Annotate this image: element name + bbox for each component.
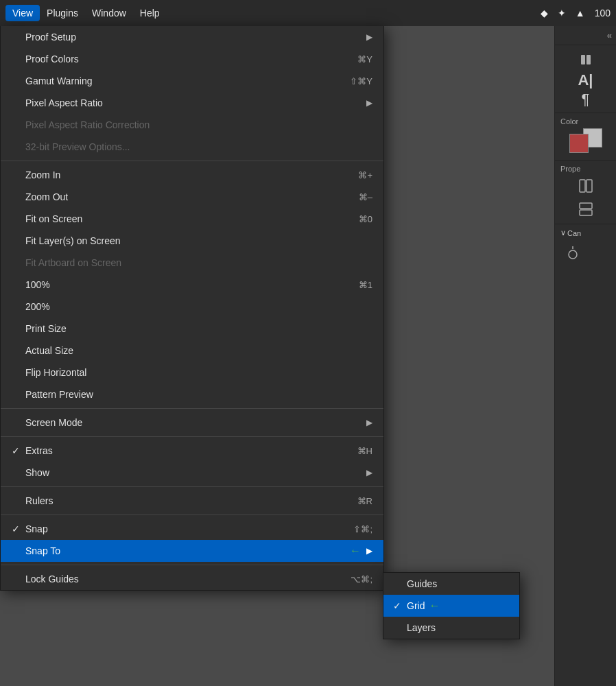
menubar-help[interactable]: Help: [133, 5, 167, 21]
label-fit-screen: Fit on Screen: [25, 213, 359, 224]
label-zoom-out: Zoom Out: [25, 191, 359, 202]
diamond-icon: ◆: [541, 8, 548, 19]
canvas-icon[interactable]: [560, 243, 585, 263]
color-swatches[interactable]: [569, 128, 602, 156]
arrow-pixel-aspect-ratio: ▶: [366, 98, 372, 108]
menu-item-fit-screen[interactable]: Fit on Screen⌘0: [1, 208, 383, 230]
menu-item-zoom-in[interactable]: Zoom In⌘+: [1, 164, 383, 186]
label-zoom-in: Zoom In: [25, 169, 358, 180]
check-snap: ✓: [12, 523, 25, 534]
menubar-plugins[interactable]: Plugins: [40, 5, 85, 21]
separator-sep6: [1, 565, 383, 565]
shortcut-proof-colors: ⌘Y: [357, 54, 372, 64]
collapse-chevrons[interactable]: «: [607, 30, 612, 40]
menu-item-pattern-preview[interactable]: Pattern Preview: [1, 383, 383, 405]
menu-item-print-size[interactable]: Print Size: [1, 318, 383, 340]
menu-item-proof-colors[interactable]: Proof Colors⌘Y: [1, 48, 383, 70]
menubar-view[interactable]: View: [5, 5, 40, 21]
separator-sep2: [1, 408, 383, 409]
label-print-size: Print Size: [25, 323, 372, 334]
menu-item-gamut-warning[interactable]: Gamut Warning⇧⌘Y: [1, 70, 383, 92]
submenu-item-guides[interactable]: Guides: [383, 573, 519, 595]
menu-item-extras[interactable]: ✓Extras⌘H: [1, 440, 383, 462]
shortcut-gamut-warning: ⇧⌘Y: [350, 76, 372, 86]
label-snap: Snap: [25, 523, 353, 534]
menubar-right: ◆ ✦ ▲ 100: [541, 8, 611, 19]
arrow-screen-mode: ▶: [366, 418, 372, 427]
svg-rect-2: [580, 180, 585, 192]
label-show: Show: [25, 467, 361, 478]
label-32bit-preview: 32-bit Preview Options...: [25, 141, 372, 152]
svg-rect-1: [587, 55, 591, 64]
label-pattern-preview: Pattern Preview: [25, 389, 372, 400]
label-gamut-warning: Gamut Warning: [25, 75, 350, 86]
battery-level: 100: [595, 8, 611, 19]
label-proof-setup: Proof Setup: [25, 32, 361, 43]
color-label: Color: [558, 117, 578, 126]
canvas-label-text: Can: [567, 229, 581, 237]
shortcut-zoom-out: ⌘–: [359, 192, 372, 202]
menu-item-fit-artboard: Fit Artboard on Screen: [1, 252, 383, 274]
layout-icon-2[interactable]: [573, 199, 598, 220]
shortcut-snap: ⇧⌘;: [353, 524, 372, 534]
arrow-proof-setup: ▶: [366, 32, 372, 42]
label-actual-size: Actual Size: [25, 345, 372, 356]
svg-point-6: [569, 250, 577, 259]
paragraph-tool-icon[interactable]: ¶: [582, 91, 590, 108]
menubar: View Plugins Window Help ◆ ✦ ▲ 100: [0, 0, 616, 26]
svg-rect-3: [587, 180, 592, 192]
label-proof-colors: Proof Colors: [25, 54, 357, 64]
svg-rect-4: [580, 203, 592, 209]
tools-section: A| ¶: [555, 45, 616, 113]
menu-item-flip-horizontal[interactable]: Flip Horizontal: [1, 362, 383, 383]
canvas-chevron: ∨: [560, 228, 566, 237]
shortcut-fit-screen: ⌘0: [359, 214, 372, 224]
label-pixel-aspect-correction: Pixel Aspect Ratio Correction: [25, 119, 372, 130]
label-extras: Extras: [25, 445, 357, 456]
menu-item-pixel-aspect-ratio[interactable]: Pixel Aspect Ratio▶: [1, 92, 383, 114]
label-fit-layers: Fit Layer(s) on Screen: [25, 235, 372, 246]
background-swatch[interactable]: [569, 134, 589, 153]
wifi-icon: ▲: [576, 8, 585, 19]
label-zoom-200: 200%: [25, 301, 372, 312]
label-fit-artboard: Fit Artboard on Screen: [25, 257, 372, 268]
menu-item-zoom-200[interactable]: 200%: [1, 296, 383, 318]
label-rulers: Rulers: [25, 495, 357, 506]
menu-item-32bit-preview: 32-bit Preview Options...: [1, 136, 383, 158]
submenu-label-guides: Guides: [407, 578, 437, 589]
label-snap-to: Snap To: [25, 545, 347, 556]
menubar-window[interactable]: Window: [85, 5, 133, 21]
separator-sep4: [1, 486, 383, 487]
text-tool-icon[interactable]: A|: [578, 73, 593, 88]
menu-item-fit-layers[interactable]: Fit Layer(s) on Screen: [1, 230, 383, 252]
menu-item-zoom-100[interactable]: 100%⌘1: [1, 274, 383, 296]
menu-item-zoom-out[interactable]: Zoom Out⌘–: [1, 186, 383, 208]
menu-item-lock-guides[interactable]: Lock Guides⌥⌘;: [1, 568, 383, 590]
svg-rect-5: [580, 210, 592, 215]
menu-item-actual-size[interactable]: Actual Size: [1, 340, 383, 362]
separator-sep1: [1, 161, 383, 161]
shortcut-lock-guides: ⌥⌘;: [351, 574, 372, 584]
svg-rect-0: [581, 55, 585, 64]
menu-item-proof-setup[interactable]: Proof Setup▶: [1, 26, 383, 48]
bluetooth-icon: ✦: [558, 8, 566, 19]
grid-green-arrow: ←: [429, 600, 440, 612]
check-extras: ✓: [12, 445, 25, 456]
layout-icon-1[interactable]: [573, 176, 598, 196]
menu-item-snap[interactable]: ✓Snap⇧⌘;: [1, 518, 383, 540]
menu-item-pixel-aspect-correction: Pixel Aspect Ratio Correction: [1, 114, 383, 136]
tool-icon-1[interactable]: [573, 49, 598, 70]
submenu-label-grid: Grid: [407, 600, 425, 611]
label-zoom-100: 100%: [25, 279, 359, 290]
submenu-label-layers: Layers: [407, 622, 436, 633]
submenu-item-grid[interactable]: ✓Grid←: [383, 595, 519, 617]
snap-to-submenu: Guides✓Grid←Layers: [383, 572, 520, 639]
layout-section: Prope: [555, 161, 616, 224]
menu-item-show[interactable]: Show▶: [1, 462, 383, 484]
view-menu: Proof Setup▶Proof Colors⌘YGamut Warning⇧…: [0, 26, 384, 591]
menu-item-screen-mode[interactable]: Screen Mode▶: [1, 412, 383, 434]
submenu-check-grid: ✓: [393, 600, 407, 611]
submenu-item-layers[interactable]: Layers: [383, 617, 519, 639]
menu-item-snap-to[interactable]: Snap To←▶: [1, 540, 383, 562]
menu-item-rulers[interactable]: Rulers⌘R: [1, 490, 383, 512]
